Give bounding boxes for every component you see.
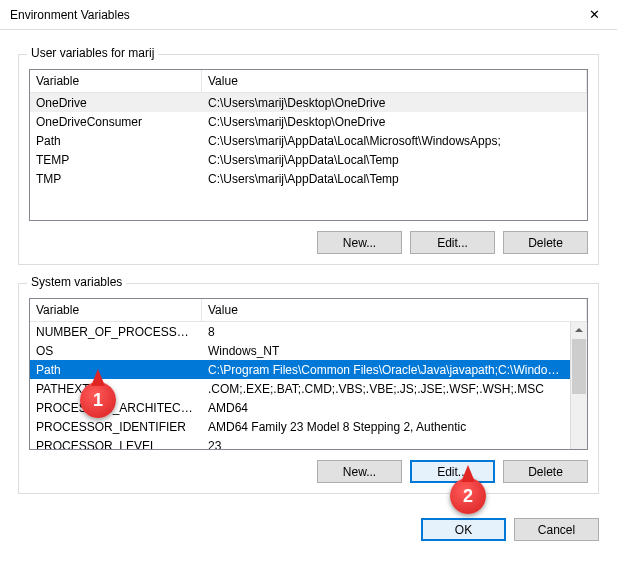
scroll-up-icon[interactable] <box>575 328 583 332</box>
variable-name: PROCESSOR_ARCHITECTURE <box>30 401 202 415</box>
scrollbar[interactable] <box>570 322 587 449</box>
table-row[interactable]: NUMBER_OF_PROCESSORS8 <box>30 322 570 341</box>
table-row[interactable]: OneDriveConsumerC:\Users\marij\Desktop\O… <box>30 112 587 131</box>
table-row[interactable]: OneDriveC:\Users\marij\Desktop\OneDrive <box>30 93 587 112</box>
titlebar: Environment Variables ✕ <box>0 0 617 30</box>
column-variable[interactable]: Variable <box>30 70 202 92</box>
table-row[interactable]: PROCESSOR_IDENTIFIERAMD64 Family 23 Mode… <box>30 417 570 436</box>
ok-button[interactable]: OK <box>421 518 506 541</box>
window-title: Environment Variables <box>10 8 130 22</box>
column-value[interactable]: Value <box>202 299 587 321</box>
user-delete-button[interactable]: Delete <box>503 231 588 254</box>
system-group-label: System variables <box>27 275 126 289</box>
variable-value: C:\Users\marij\Desktop\OneDrive <box>202 96 587 110</box>
cancel-button[interactable]: Cancel <box>514 518 599 541</box>
variable-value: AMD64 <box>202 401 570 415</box>
system-new-button[interactable]: New... <box>317 460 402 483</box>
variable-value: C:\Users\marij\AppData\Local\Temp <box>202 172 587 186</box>
variable-name: PROCESSOR_IDENTIFIER <box>30 420 202 434</box>
close-icon[interactable]: ✕ <box>572 0 617 30</box>
variable-name: TEMP <box>30 153 202 167</box>
user-variables-group: User variables for marij Variable Value … <box>18 54 599 265</box>
variable-value: AMD64 Family 23 Model 8 Stepping 2, Auth… <box>202 420 570 434</box>
variable-value: C:\Users\marij\AppData\Local\Temp <box>202 153 587 167</box>
user-variables-list[interactable]: Variable Value OneDriveC:\Users\marij\De… <box>29 69 588 221</box>
column-value[interactable]: Value <box>202 70 587 92</box>
user-group-label: User variables for marij <box>27 46 158 60</box>
column-variable[interactable]: Variable <box>30 299 202 321</box>
scroll-down-icon[interactable] <box>575 439 583 443</box>
variable-name: OneDriveConsumer <box>30 115 202 129</box>
system-edit-button[interactable]: Edit... <box>410 460 495 483</box>
table-row[interactable]: TEMPC:\Users\marij\AppData\Local\Temp <box>30 150 587 169</box>
system-delete-button[interactable]: Delete <box>503 460 588 483</box>
table-row[interactable]: PROCESSOR_LEVEL23 <box>30 436 570 449</box>
user-new-button[interactable]: New... <box>317 231 402 254</box>
table-row[interactable]: TMPC:\Users\marij\AppData\Local\Temp <box>30 169 587 188</box>
system-variables-list[interactable]: Variable Value NUMBER_OF_PROCESSORS8OSWi… <box>29 298 588 450</box>
variable-value: C:\Users\marij\Desktop\OneDrive <box>202 115 587 129</box>
variable-name: PROCESSOR_LEVEL <box>30 439 202 450</box>
variable-value: C:\Program Files\Common Files\Oracle\Jav… <box>202 363 570 377</box>
scroll-thumb[interactable] <box>572 339 586 394</box>
list-header: Variable Value <box>30 70 587 93</box>
variable-value: 23 <box>202 439 570 450</box>
variable-name: OneDrive <box>30 96 202 110</box>
variable-name: Path <box>30 134 202 148</box>
variable-name: NUMBER_OF_PROCESSORS <box>30 325 202 339</box>
table-row[interactable]: PathC:\Users\marij\AppData\Local\Microso… <box>30 131 587 150</box>
variable-value: .COM;.EXE;.BAT;.CMD;.VBS;.VBE;.JS;.JSE;.… <box>202 382 570 396</box>
variable-name: TMP <box>30 172 202 186</box>
user-edit-button[interactable]: Edit... <box>410 231 495 254</box>
table-row[interactable]: OSWindows_NT <box>30 341 570 360</box>
variable-name: PATHEXT <box>30 382 202 396</box>
variable-name: OS <box>30 344 202 358</box>
variable-value: C:\Users\marij\AppData\Local\Microsoft\W… <box>202 134 587 148</box>
table-row[interactable]: PathC:\Program Files\Common Files\Oracle… <box>30 360 570 379</box>
variable-value: Windows_NT <box>202 344 570 358</box>
list-header: Variable Value <box>30 299 587 322</box>
variable-value: 8 <box>202 325 570 339</box>
variable-name: Path <box>30 363 202 377</box>
annotation-1: 1 <box>80 382 116 418</box>
annotation-2: 2 <box>450 478 486 514</box>
